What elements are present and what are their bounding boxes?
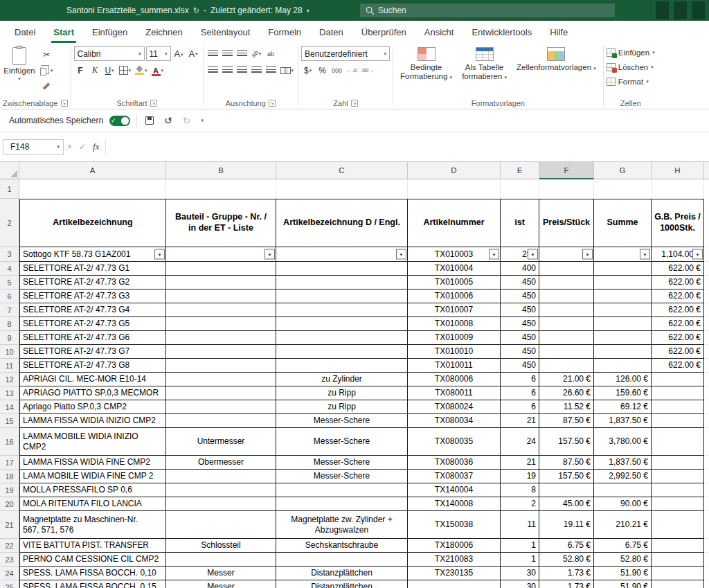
filter-dropdown-F3[interactable]: ▼ xyxy=(582,249,593,260)
row-header-11[interactable]: 11 xyxy=(0,359,19,373)
cell-D24[interactable]: TX230135 xyxy=(408,567,501,580)
cell-D18[interactable]: TX080037 xyxy=(408,470,501,483)
cell-B16[interactable]: Untermesser xyxy=(166,428,276,456)
cell-F15[interactable]: 87.50 € xyxy=(539,414,594,428)
row-header-8[interactable]: 8 xyxy=(0,317,19,331)
cell-B12[interactable] xyxy=(166,373,276,386)
column-header-E[interactable]: E xyxy=(501,162,539,179)
cell-B24[interactable]: Messer xyxy=(166,567,276,580)
cell-D4[interactable]: TX010004 xyxy=(408,262,501,276)
row-header-10[interactable]: 10 xyxy=(0,345,19,359)
cell-B22[interactable]: Schlossteil xyxy=(166,539,276,553)
cell-A4[interactable]: SELETTORE AT-2/ 47.73 G1 xyxy=(19,262,166,276)
cell-G2[interactable]: Summe xyxy=(594,199,652,247)
conditional-formatting-button[interactable]: Bedingte Formatierung ▾ xyxy=(396,45,456,97)
cell-D10[interactable]: TX010010 xyxy=(408,345,501,359)
cell-B14[interactable] xyxy=(166,400,276,414)
column-header-B[interactable]: B xyxy=(166,162,276,179)
row-header-12[interactable]: 12 xyxy=(0,373,19,386)
cell-E16[interactable]: 24 xyxy=(501,428,539,456)
cell-F5[interactable] xyxy=(539,276,594,289)
cell-G16[interactable]: 3,780.00 € xyxy=(594,428,652,456)
cell-A24[interactable]: SPESS. LAMA FISSA BOCCH. 0,10 xyxy=(19,567,166,580)
dialog-launcher-icon[interactable]: ↘ xyxy=(150,100,157,107)
cell-B3[interactable]: ▼ xyxy=(166,247,276,262)
cell-F24[interactable]: 1.73 € xyxy=(539,567,594,580)
row-header-22[interactable]: 22 xyxy=(0,539,19,553)
filter-dropdown-H3[interactable]: ▼ xyxy=(692,249,703,260)
cell-G22[interactable]: 6.75 € xyxy=(594,539,652,553)
cell-B20[interactable] xyxy=(166,497,276,511)
cell-G1[interactable] xyxy=(594,179,652,199)
tab-formeln[interactable]: Formeln xyxy=(259,21,310,43)
align-left-button[interactable] xyxy=(206,63,219,78)
cell-B13[interactable] xyxy=(166,386,276,400)
cell-D7[interactable]: TX010007 xyxy=(408,303,501,317)
cell-B10[interactable] xyxy=(166,345,276,359)
cell-G17[interactable]: 1,837.50 € xyxy=(594,456,652,470)
cell-H5[interactable]: 622.00 € xyxy=(652,276,704,289)
cell-C9[interactable] xyxy=(276,331,408,345)
cell-A1[interactable] xyxy=(19,179,166,199)
cell-G14[interactable]: 69.12 € xyxy=(594,400,652,414)
column-header-G[interactable]: G xyxy=(594,162,652,179)
cell-C3[interactable]: ▼ xyxy=(276,247,408,262)
cell-E14[interactable]: 6 xyxy=(501,400,539,414)
cell-A9[interactable]: SELETTORE AT-2/ 47.73 G6 xyxy=(19,331,166,345)
cell-C8[interactable] xyxy=(276,317,408,331)
cell-H3[interactable]: 1,104.00 €▼ xyxy=(652,247,704,262)
cell-D14[interactable]: TX080024 xyxy=(408,400,501,414)
cell-A3[interactable]: Sottogo KTF 58.73 G1AZ001▼ xyxy=(19,247,166,262)
cell-C15[interactable]: Messer-Schere xyxy=(276,414,408,428)
cell-F4[interactable] xyxy=(539,262,594,276)
cell-H17[interactable] xyxy=(652,456,704,470)
row-header-3[interactable]: 3 xyxy=(0,247,19,262)
cell-E21[interactable]: 11 xyxy=(501,511,539,539)
filter-dropdown-G3[interactable]: ▼ xyxy=(640,249,650,260)
column-header-A[interactable]: A xyxy=(19,162,166,179)
cell-H1[interactable] xyxy=(652,179,704,199)
cell-C22[interactable]: Sechskantschraube xyxy=(276,539,408,553)
name-box[interactable]: F148 ▾ xyxy=(3,139,64,155)
cell-G20[interactable]: 90.00 € xyxy=(594,497,652,511)
cell-E1[interactable] xyxy=(501,179,539,199)
cell-C14[interactable]: zu Ripp xyxy=(276,400,408,414)
row-header-24[interactable]: 24 xyxy=(0,567,19,580)
cell-F2[interactable]: Preis/Stück xyxy=(539,199,594,247)
cell-E6[interactable]: 450 xyxy=(501,289,539,303)
cell-E19[interactable]: 8 xyxy=(501,483,539,497)
cell-C20[interactable] xyxy=(276,497,408,511)
tab-einfügen[interactable]: Einfügen xyxy=(83,21,136,43)
cell-E17[interactable]: 21 xyxy=(501,456,539,470)
column-header-F[interactable]: F xyxy=(539,162,594,179)
cell-H11[interactable]: 622.00 € xyxy=(652,359,704,373)
filter-dropdown-B3[interactable]: ▼ xyxy=(264,249,275,260)
cell-C16[interactable]: Messer-Schere xyxy=(276,428,408,456)
cell-B17[interactable]: Obermesser xyxy=(166,456,276,470)
row-header-20[interactable]: 20 xyxy=(0,497,19,511)
cell-F14[interactable]: 11.52 € xyxy=(539,400,594,414)
row-header-15[interactable]: 15 xyxy=(0,414,19,428)
row-header-13[interactable]: 13 xyxy=(0,386,19,400)
cell-F3[interactable]: ▼ xyxy=(539,247,594,262)
font-color-button[interactable]: A▾ xyxy=(150,63,165,78)
cell-F25[interactable]: 1.73 € xyxy=(539,580,594,588)
cell-G10[interactable] xyxy=(594,345,652,359)
cell-D23[interactable]: TX210083 xyxy=(408,553,501,567)
cell-D6[interactable]: TX010006 xyxy=(408,289,501,303)
cell-E15[interactable]: 21 xyxy=(501,414,539,428)
decrease-decimal-button[interactable]: .00→ xyxy=(359,63,375,78)
row-header-2[interactable]: 2 xyxy=(0,199,19,247)
tab-datei[interactable]: Datei xyxy=(6,21,44,43)
cell-H25[interactable] xyxy=(652,580,704,588)
tab-daten[interactable]: Daten xyxy=(310,21,352,43)
cell-E3[interactable]: 250▼ xyxy=(501,247,539,262)
cell-A12[interactable]: APRIAGI CIL. MEC-MOR E10-14 xyxy=(19,373,166,386)
row-header-9[interactable]: 9 xyxy=(0,331,19,345)
formula-input[interactable] xyxy=(105,139,709,155)
increase-decimal-button[interactable]: ←.0 xyxy=(345,63,358,78)
last-modified-label[interactable]: Zuletzt geändert: May 28 xyxy=(210,6,303,15)
cell-C13[interactable]: zu Ripp xyxy=(276,386,408,400)
cell-D17[interactable]: TX080036 xyxy=(408,456,501,470)
cell-D22[interactable]: TX180006 xyxy=(408,539,501,553)
